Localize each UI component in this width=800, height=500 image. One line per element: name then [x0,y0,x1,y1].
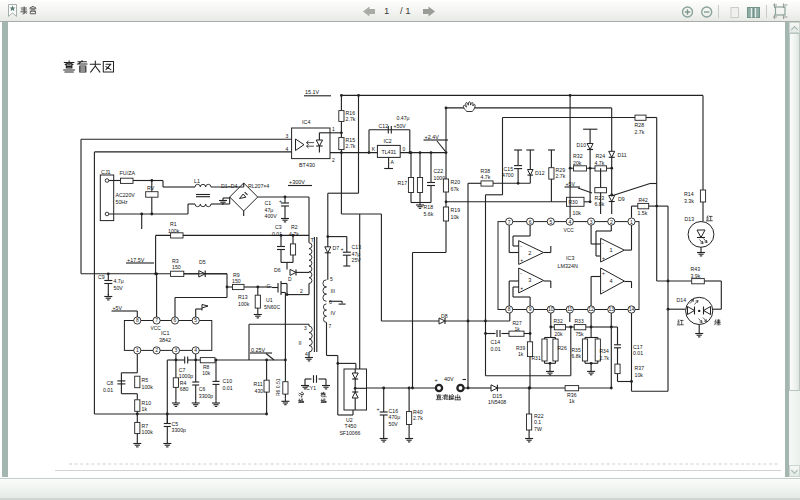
svg-text:D9: D9 [618,196,625,202]
svg-text:R19: R19 [451,207,461,213]
svg-text:R22: R22 [534,413,544,419]
svg-text:50V: 50V [114,285,124,291]
svg-text:LM324N: LM324N [558,263,578,269]
svg-text:R7: R7 [142,423,149,429]
svg-text:R3: R3 [172,258,179,264]
svg-text:BT430: BT430 [299,162,315,168]
svg-text:6.8k: 6.8k [572,353,582,359]
svg-text:3: 3 [528,277,531,283]
svg-text:10k: 10k [451,214,460,220]
svg-text:5.6k: 5.6k [424,211,434,217]
svg-text:4.7μ: 4.7μ [114,278,124,284]
svg-text:R16: R16 [346,110,356,116]
svg-text:G: G [267,283,271,289]
svg-text:400V: 400V [265,213,278,219]
svg-text:5: 5 [330,276,333,282]
svg-text:3.9k: 3.9k [691,273,701,279]
svg-text:2: 2 [300,288,303,294]
svg-text:R17: R17 [398,180,408,186]
svg-text:1.5k: 1.5k [638,210,648,216]
svg-text:3: 3 [304,325,307,331]
svg-text:100k: 100k [142,429,154,435]
svg-text:C10: C10 [223,378,233,384]
svg-text:5N60C: 5N60C [264,304,280,310]
svg-text:1N5408: 1N5408 [488,399,506,405]
svg-text:R9: R9 [233,272,240,278]
svg-text:R40: R40 [413,409,423,415]
svg-text:0.47μ: 0.47μ [397,115,410,121]
svg-text:2.7k: 2.7k [413,415,423,421]
svg-text:R11: R11 [254,381,263,387]
svg-text:C12: C12 [379,123,389,129]
svg-text:150: 150 [232,278,241,284]
svg-text:D12: D12 [535,170,545,176]
svg-text:3: 3 [175,347,178,353]
svg-text:CJ1: CJ1 [101,169,111,175]
svg-text:R37: R37 [635,365,645,371]
svg-text:14: 14 [629,306,635,312]
svg-text:2: 2 [332,157,335,163]
svg-text:5: 5 [549,219,552,225]
svg-text:VCC: VCC [564,228,575,233]
svg-text:11: 11 [567,306,572,312]
svg-text:1: 1 [630,219,633,225]
svg-text:4.7k: 4.7k [481,174,491,180]
svg-text:U1: U1 [266,297,273,303]
svg-text:R29: R29 [556,167,566,173]
svg-text:D5: D5 [199,259,206,265]
svg-text:R5: R5 [142,377,149,383]
svg-text:R32: R32 [554,318,563,324]
svg-text:C14: C14 [491,339,501,345]
svg-text:FU/ZA: FU/ZA [120,170,136,176]
svg-text:C22: C22 [434,168,444,174]
svg-text:3: 3 [286,133,289,139]
svg-text:13: 13 [609,306,615,312]
svg-text:U2: U2 [346,417,353,423]
svg-text:C3: C3 [275,224,282,230]
svg-text:3300p: 3300p [172,427,187,433]
svg-text:R15: R15 [346,137,356,143]
svg-text:D13: D13 [685,216,695,222]
svg-text:7: 7 [155,317,158,323]
svg-text:+: + [602,270,605,276]
svg-text:T450: T450 [345,423,357,429]
svg-text:VCC: VCC [151,326,162,331]
svg-text:C9: C9 [98,274,105,280]
svg-text:150: 150 [172,264,181,270]
svg-text:4: 4 [286,146,289,152]
svg-text:+: + [520,257,523,263]
svg-text:0.01: 0.01 [223,385,233,391]
svg-text:6: 6 [529,219,532,225]
svg-text:R8: R8 [203,364,210,370]
svg-text:D6: D6 [274,267,281,273]
svg-text:2: 2 [610,219,613,225]
svg-text:15.1V: 15.1V [305,89,319,95]
svg-text:II: II [299,340,302,346]
svg-text:20k: 20k [555,331,564,337]
svg-text:0: 0 [403,146,406,152]
svg-text:A: A [391,159,395,165]
svg-text:100k: 100k [238,301,250,307]
svg-text:R38: R38 [481,168,491,174]
svg-text:680: 680 [180,386,189,392]
svg-text:R31: R31 [532,355,541,361]
svg-text:40V: 40V [444,376,454,382]
svg-text:0.01: 0.01 [491,346,501,352]
svg-text:7: 7 [508,219,511,225]
svg-text:R13: R13 [238,294,248,300]
svg-text:R6 0.51: R6 0.51 [275,378,281,396]
svg-text:C16: C16 [389,408,399,414]
svg-text:R1: R1 [170,221,177,227]
svg-text:R27: R27 [513,320,522,326]
svg-text:R43: R43 [691,266,701,272]
svg-text:7W: 7W [534,426,542,432]
svg-text:3842: 3842 [159,337,171,343]
svg-text:IV: IV [331,310,336,316]
svg-text:100k: 100k [142,384,154,390]
svg-text:20k: 20k [573,160,582,166]
svg-text:430: 430 [255,388,264,394]
svg-text:R23: R23 [595,195,605,201]
svg-text:+50V: +50V [394,123,407,129]
svg-text:50V: 50V [389,421,399,427]
svg-text:4.7k: 4.7k [595,160,605,166]
